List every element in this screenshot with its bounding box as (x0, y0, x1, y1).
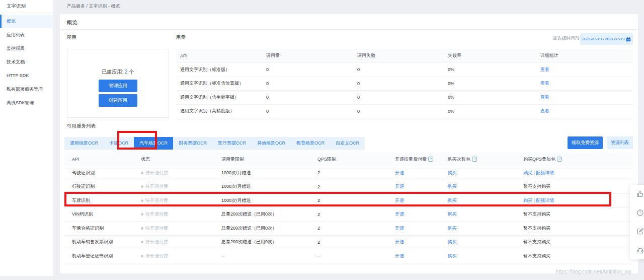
buy-count-pack-link[interactable]: 购买 (448, 212, 457, 217)
status-text: 待开通付费 (145, 211, 168, 218)
view-detail-link[interactable]: 查看 (540, 95, 549, 100)
service-row-vin: VIN码识别 待开通付费 总量200次赠送（已用0次） 2 开通 购买 暂不支持… (64, 208, 633, 222)
date-range-label: 请选择时间段 (552, 35, 580, 42)
help-icon[interactable]: ? (428, 157, 433, 162)
status-text: 待开通付费 (145, 225, 168, 232)
qps-value: 2 (317, 184, 395, 189)
usage-failrate: 0% (448, 81, 540, 86)
activate-link[interactable]: 开通 (395, 212, 404, 217)
thumbs-up-icon[interactable] (630, 185, 644, 203)
status-dot-icon (141, 255, 143, 257)
view-detail-link[interactable]: 查看 (540, 81, 549, 86)
view-detail-link[interactable]: 查看 (540, 67, 549, 72)
activate-link[interactable]: 开通 (395, 198, 404, 203)
qps-value: -- (317, 253, 395, 258)
page-title: 概览 (60, 14, 638, 30)
floating-toolbar: ? (630, 185, 644, 259)
quota-text: 总量200次赠送（已用0次） (221, 211, 317, 218)
sidebar-item-offline-sdk[interactable]: 离线SDK管理 (0, 96, 53, 110)
svc-col-qpspack-label: 购买QPS叠加包 (523, 157, 555, 162)
quota-text: 总量200次赠送（已用0次） (221, 239, 317, 245)
usage-failed: 0 (357, 81, 448, 86)
service-name: 驾驶证识别 (64, 170, 141, 176)
help-icon[interactable]: ? (472, 157, 477, 162)
sidebar-item-private-deploy[interactable]: 私有部署服务管理 (0, 83, 53, 96)
svc-col-postpay: 开通按量后付费? (395, 156, 448, 163)
tab-general-ocr[interactable]: 通用场景OCR (64, 137, 104, 150)
manage-apps-button[interactable]: 管理应用 (99, 80, 137, 92)
status-badge: 待开通付费 (141, 183, 221, 190)
qps-pack-cell: 暂不支持购买 (523, 253, 550, 258)
svc-col-status: 状态 (141, 156, 221, 163)
help-icon[interactable]: ? (557, 157, 562, 162)
qps-value: 2 (317, 198, 395, 203)
buy-count-pack-link[interactable]: 购买 (448, 226, 457, 231)
tab-other-ocr[interactable]: 其他场景OCR (252, 137, 291, 150)
usage-api-name: 通用文字识别（标准版） (176, 66, 266, 73)
help-icon[interactable]: ? (630, 203, 644, 222)
usage-table-row: 通用文字识别（高精度版） 0 0 0% 查看 (176, 105, 633, 119)
status-text: 待开通付费 (145, 197, 168, 204)
sidebar-item-overview[interactable]: 概览 (0, 15, 53, 28)
buy-count-pack-link[interactable]: 购买 (448, 170, 457, 175)
qps-pack-cell[interactable]: 购买 | 配额详情 (523, 170, 554, 175)
qps-pack-cell[interactable]: 购买 | 配额详情 (523, 198, 554, 203)
sidebar-nav: 概览 应用列表 监控报表 技术文档 HTTP SDK 私有部署服务管理 离线SD… (0, 13, 53, 110)
quota-text: 1000次/月赠送 (221, 183, 317, 190)
sidebar-item-http-sdk[interactable]: HTTP SDK (0, 69, 53, 83)
activate-link[interactable]: 开通 (395, 184, 404, 189)
service-actions: 领取免费资源 资源列表 (568, 136, 633, 149)
tab-finance-ocr[interactable]: 财务票据OCR (173, 137, 212, 150)
service-row-vehicle-certificate: 车辆合格证识别 待开通付费 总量200次赠送（已用0次） 2 开通 购买 暂不支… (64, 222, 633, 236)
buy-count-pack-link[interactable]: 购买 (448, 198, 457, 203)
activate-link[interactable]: 开通 (395, 170, 404, 175)
created-apps-prefix: 已建应用: (102, 69, 124, 75)
quota-text: 1000次/月赠送 (221, 170, 317, 176)
created-apps-unit: 个 (129, 69, 134, 75)
sidebar-item-app-list[interactable]: 应用列表 (0, 28, 53, 42)
usage-col-detail: 详细统计 (540, 52, 633, 59)
qps-pack-cell: 暂不支持购买 (523, 212, 550, 217)
breadcrumb[interactable]: 产品服务 / 文字识别 - 概览 (67, 0, 120, 12)
usage-failrate: 0% (448, 109, 540, 114)
date-range-picker[interactable]: 2021-07-19 - 2021-07-19 (580, 33, 633, 45)
tab-education-ocr[interactable]: 教育场景OCR (291, 137, 330, 150)
buy-count-pack-link[interactable]: 购买 (448, 253, 457, 258)
tab-medical-ocr[interactable]: 医疗票据OCR (212, 137, 252, 150)
usage-col-calls: 调用量 (266, 52, 357, 59)
create-app-button[interactable]: 创建应用 (99, 94, 137, 107)
quota-text: 1000次/月赠送 (221, 197, 317, 204)
sidebar-item-monitor-report[interactable]: 监控报表 (0, 42, 53, 55)
tab-card-ocr[interactable]: 卡证OCR (104, 137, 134, 150)
claim-free-resources-button[interactable]: 领取免费资源 (568, 136, 603, 149)
services-table: API 状态 调用量限制 QPS限制 开通按量后付费? 购买次数包? 购买QPS… (64, 153, 633, 263)
main-content: 概览 应用 用量 请选择时间段 2021-07-19 - 2021-07-19 … (60, 14, 638, 273)
buy-count-pack-link[interactable]: 购买 (448, 184, 457, 189)
svc-col-countpack: 购买次数包? (448, 156, 523, 163)
usage-col-failrate: 失败率 (448, 52, 540, 59)
status-text: 待开通付费 (145, 183, 168, 190)
created-apps-count: 已建应用: 2 个 (102, 68, 134, 76)
service-name: 机动车登记证书识别 (64, 253, 141, 259)
buy-count-pack-link[interactable]: 购买 (448, 239, 457, 244)
app-section-label: 应用 (67, 34, 76, 41)
status-dot-icon (141, 199, 143, 202)
sidebar-item-tech-docs[interactable]: 技术文档 (0, 55, 53, 69)
usage-failed: 0 (357, 67, 448, 72)
feedback-icon[interactable] (630, 222, 644, 241)
service-row-sales-invoice: 机动车销售发票识别 待开通付费 总量200次赠送（已用0次） 2 开通 购买 暂… (64, 236, 633, 250)
status-badge: 待开通付费 (141, 253, 221, 259)
service-row-vehicle-license: 行驶证识别 待开通付费 1000次/月赠送 2 开通 购买 暂不支持购买 (64, 180, 633, 194)
view-detail-link[interactable]: 查看 (540, 108, 549, 113)
support-icon[interactable] (630, 241, 644, 259)
activate-link[interactable]: 开通 (395, 226, 404, 231)
activate-link[interactable]: 开通 (395, 239, 404, 244)
service-row-license-plate: 车牌识别 待开通付费 1000次/月赠送 2 开通 购买 购买 | 配额详情 (64, 194, 633, 208)
status-badge: 待开通付费 (141, 211, 221, 218)
resource-list-button[interactable]: 资源列表 (607, 136, 633, 149)
tab-custom-ocr[interactable]: 自定义OCR (330, 137, 365, 150)
usage-calls: 0 (266, 67, 357, 72)
tab-vehicle-ocr[interactable]: 汽车场景OCR (134, 137, 173, 150)
activate-link[interactable]: 开通 (395, 253, 404, 258)
created-apps-number: 2 (125, 69, 128, 75)
